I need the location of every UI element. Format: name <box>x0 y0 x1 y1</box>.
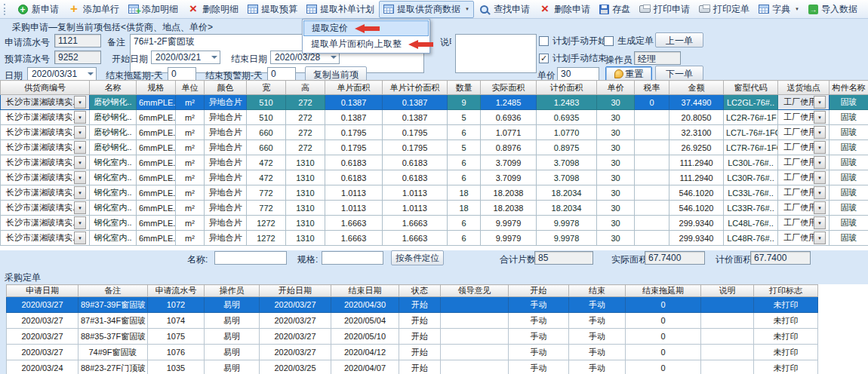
dropdown-arrow-icon[interactable]: ▼ <box>74 171 86 184</box>
generate-order-checkbox[interactable]: 生成定单 <box>604 35 654 48</box>
toolbar-button-delete-detail[interactable]: 删除明细 <box>183 1 243 18</box>
column-header[interactable]: 备注 <box>78 285 148 297</box>
column-header[interactable]: 领导意见 <box>441 285 509 297</box>
column-header[interactable]: 规格 <box>137 81 176 95</box>
toolbar-button-extract-supplier-data[interactable]: 提取供货商数据▼ <box>379 1 474 18</box>
delivery-location-combo[interactable]: 工厂使用▼ <box>778 140 830 155</box>
item-row[interactable]: 长沙市潇湘玻璃实..▼磨砂钢化..6mmPLE..m²异地合片5102720.1… <box>1 110 868 125</box>
copy-current-button[interactable]: 复制当前项 <box>305 66 367 81</box>
previous-order-button[interactable]: 上一单 <box>655 32 703 48</box>
locate-by-condition-button[interactable]: 按条件定位 <box>391 250 444 265</box>
item-row[interactable]: 长沙市潇湘玻璃实..▼钢化室内..6mmPLE..m²异地合片127213101… <box>1 216 868 231</box>
apply-no-field[interactable]: 1121 <box>54 34 101 48</box>
dropdown-arrow-icon[interactable]: ▼ <box>814 126 826 139</box>
next-order-button[interactable]: 下一单 <box>655 66 703 81</box>
column-header[interactable]: 结束拖延期 <box>626 285 701 297</box>
dropdown-arrow-icon[interactable]: ▼ <box>814 141 826 154</box>
column-header[interactable]: 金额 <box>669 81 724 95</box>
toolbar-button-import-data[interactable]: 导入数据 <box>804 1 862 18</box>
delivery-location-combo[interactable]: 工厂使用▼ <box>778 216 830 231</box>
column-header[interactable]: 名称 <box>90 81 137 95</box>
supplier-combo[interactable]: 长沙市潇湘玻璃实..▼ <box>1 201 90 216</box>
supplier-combo[interactable]: 长沙市潇湘玻璃实..▼ <box>1 110 90 125</box>
column-header[interactable]: 单片面积 <box>325 81 383 95</box>
column-header[interactable]: 高 <box>286 81 325 95</box>
supplier-combo[interactable]: 长沙市潇湘玻璃实..▼ <box>1 95 90 110</box>
unit-price-field[interactable]: 30 <box>557 67 599 81</box>
column-header[interactable]: 申请流水号 <box>148 285 205 297</box>
dropdown-arrow-icon[interactable]: ▼ <box>74 216 86 229</box>
dropdown-arrow-icon[interactable]: ▼ <box>74 111 86 124</box>
dropdown-arrow-icon[interactable]: ▼ <box>74 126 86 139</box>
item-row[interactable]: 长沙市潇湘玻璃实..▼钢化室内..6mmPLE..m²异地合片77213101.… <box>1 201 868 216</box>
column-header[interactable]: 实际面积 <box>481 81 537 95</box>
delivery-location-combo[interactable]: 工厂使用▼ <box>778 170 830 185</box>
delay-days-field[interactable]: 0 <box>168 67 196 81</box>
column-header[interactable]: 说明 <box>701 285 754 297</box>
supplier-combo[interactable]: 长沙市潇湘玻璃实..▼ <box>1 185 90 201</box>
warn-days-field[interactable]: 0 <box>267 67 296 81</box>
dropdown-arrow-icon[interactable]: ▼ <box>814 231 826 244</box>
delivery-location-combo[interactable]: 工厂使用▼ <box>778 231 830 246</box>
column-header[interactable]: 单价 <box>597 81 635 95</box>
manual-start-checkbox[interactable]: 计划手动开始 <box>539 35 607 48</box>
column-header[interactable]: 打印标志 <box>754 285 818 297</box>
delivery-location-combo[interactable]: 工厂使用▼ <box>778 95 830 110</box>
dropdown-arrow-icon[interactable]: ▼ <box>74 96 86 109</box>
supplier-combo[interactable]: 长沙市潇湘玻璃实..▼ <box>1 125 90 140</box>
column-header[interactable]: 开始日期 <box>260 285 331 297</box>
column-header[interactable]: 申请日期 <box>7 285 78 297</box>
order-row[interactable]: 2020/03/2788#35-37F窗固玻1075易明2020/03/2720… <box>7 329 818 345</box>
dropdown-arrow-icon[interactable]: ▼ <box>814 96 826 109</box>
column-header[interactable]: 状态 <box>399 285 441 297</box>
supplier-combo[interactable]: 长沙市潇湘玻璃实..▼ <box>1 170 90 185</box>
column-header[interactable]: 计价面积 <box>537 81 597 95</box>
dropdown-arrow-icon[interactable]: ▼ <box>814 111 826 124</box>
note-field[interactable] <box>455 34 537 73</box>
delivery-location-combo[interactable]: 工厂使用▼ <box>778 185 830 201</box>
delivery-location-combo[interactable]: 工厂使用▼ <box>778 110 830 125</box>
toolbar-button-dictionary[interactable]: 字典▼ <box>754 1 804 18</box>
manual-end-checkbox[interactable]: ✓ 计划手动结束 <box>539 52 607 65</box>
dropdown-arrow-icon[interactable]: ▼ <box>74 141 86 154</box>
dropdown-arrow-icon[interactable]: ▼ <box>814 156 826 169</box>
reset-button[interactable]: 重置 <box>605 66 652 81</box>
item-row[interactable]: 长沙市潇湘玻璃实..▼钢化室内..6mmPLE..m²异地合片127213101… <box>1 231 868 246</box>
supplier-combo[interactable]: 长沙市潇湘玻璃实..▼ <box>1 216 90 231</box>
date-picker[interactable]: 2020/03/31 <box>27 67 97 81</box>
dropdown-arrow-icon[interactable]: ▼ <box>74 186 86 199</box>
column-header[interactable]: 开始 <box>509 285 569 297</box>
dropdown-arrow-icon[interactable]: ▼ <box>74 156 86 169</box>
dropdown-arrow-icon[interactable]: ▼ <box>74 231 86 244</box>
dropdown-arrow-icon[interactable]: ▼ <box>814 171 826 184</box>
name-filter-input[interactable] <box>214 251 287 265</box>
dropdown-arrow-icon[interactable]: ▼ <box>74 201 86 214</box>
item-row[interactable]: 长沙市潇湘玻璃实..▼钢化室内..6mmPLE..m²异地合片77213101.… <box>1 185 868 201</box>
column-header[interactable]: 数量 <box>448 81 481 95</box>
column-header[interactable]: 操作员 <box>205 285 260 297</box>
dropdown-arrow-icon[interactable]: ▼ <box>814 216 826 229</box>
item-row[interactable]: 长沙市潇湘玻璃实..▼钢化室内..6mmPLE..m²异地合片47213100.… <box>1 170 868 185</box>
spec-filter-input[interactable] <box>322 251 383 265</box>
toolbar-button-extract-supplement-plan[interactable]: 提取补单计划 <box>302 1 379 18</box>
toolbar-button-search[interactable]: 查找申请 <box>474 1 534 18</box>
operator-field[interactable]: 经理 <box>634 51 681 65</box>
column-header[interactable]: 宽 <box>247 81 286 95</box>
column-header[interactable]: 税率 <box>635 81 669 95</box>
order-row[interactable]: 2020/03/2787#31-34F窗固玻1074易明2020/03/2720… <box>7 313 818 329</box>
order-row[interactable]: 2020/03/2789#37-39F窗固玻1072易明2020/03/2720… <box>7 297 818 313</box>
item-row[interactable]: 长沙市潇湘玻璃实..▼钢化室内..6mmPLE..m²异地合片47213100.… <box>1 155 868 170</box>
column-header[interactable]: 单位 <box>176 81 205 95</box>
column-header[interactable]: 供货商编号 <box>1 81 90 95</box>
column-header[interactable]: 单片计价面积 <box>383 81 448 95</box>
toolbar-button-extract-budget[interactable]: 提取预算 <box>243 1 302 18</box>
item-row[interactable]: 长沙市潇湘玻璃实..▼磨砂钢化..6mmPLE..m²异地合片6602720.1… <box>1 140 868 155</box>
delivery-location-combo[interactable]: 工厂使用▼ <box>778 125 830 140</box>
supplier-combo[interactable]: 长沙市潇湘玻璃实..▼ <box>1 231 90 246</box>
column-header[interactable]: 送货地点 <box>778 81 830 95</box>
order-row[interactable]: 2020/03/2774#9F窗固玻1076易明2020/03/272020/0… <box>7 345 818 360</box>
toolbar-button-new-request[interactable]: 新申请 <box>12 1 63 18</box>
column-header[interactable]: 结束 <box>569 285 626 297</box>
dropdown-arrow-icon[interactable]: ▼ <box>814 201 826 214</box>
budget-no-field[interactable]: 9252 <box>54 51 101 64</box>
